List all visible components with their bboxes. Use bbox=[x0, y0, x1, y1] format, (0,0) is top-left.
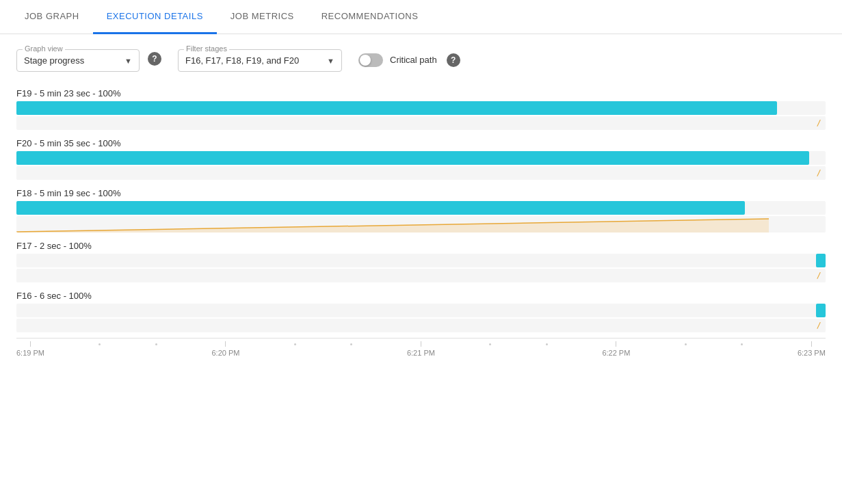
axis-label-tick: 6:20 PM bbox=[211, 341, 239, 357]
filter-stages-value: F16, F17, F18, F19, and F20 bbox=[185, 55, 321, 66]
axis-minor-tick bbox=[98, 341, 101, 345]
stage-f20-title: F20 - 5 min 35 sec - 100% bbox=[16, 133, 826, 151]
axis-label-tick: 6:19 PM bbox=[16, 341, 44, 357]
stage-f20-bar bbox=[16, 151, 826, 165]
filter-stages-label: Filter stages bbox=[184, 44, 229, 53]
stage-f16-subbar: / bbox=[16, 319, 826, 332]
stage-f19-subbar: / bbox=[16, 116, 826, 130]
axis-minor-tick bbox=[155, 341, 157, 345]
axis-minor-tick bbox=[741, 341, 743, 345]
stage-f16-title: F16 - 6 sec - 100% bbox=[16, 285, 826, 304]
axis-minor-tick bbox=[294, 341, 296, 345]
stage-f18-fill bbox=[16, 201, 745, 215]
stage-f17-title: F17 - 2 sec - 100% bbox=[16, 235, 826, 254]
stage-f17-small-fill bbox=[816, 254, 826, 267]
critical-path-help-icon[interactable]: ? bbox=[447, 53, 460, 67]
stage-f17: F17 - 2 sec - 100% / bbox=[16, 235, 826, 282]
axis-minor-tick bbox=[350, 341, 352, 345]
stage-f20: F20 - 5 min 35 sec - 100% / bbox=[16, 133, 826, 180]
stage-f17-subbar: / bbox=[16, 269, 826, 282]
stage-f17-tick: / bbox=[817, 270, 821, 281]
stage-f18-bar bbox=[16, 201, 826, 215]
chart-content: F19 - 5 min 23 sec - 100% / F20 - 5 min … bbox=[0, 83, 842, 365]
stage-f19: F19 - 5 min 23 sec - 100% / bbox=[16, 83, 826, 130]
critical-path-label: Critical path bbox=[390, 55, 437, 65]
stage-f20-tick: / bbox=[817, 168, 821, 178]
stage-f17-bar bbox=[16, 254, 826, 267]
stage-f18: F18 - 5 min 19 sec - 100% bbox=[16, 183, 826, 233]
tab-bar: JOB GRAPH EXECUTION DETAILS JOB METRICS … bbox=[0, 0, 842, 34]
tab-job-metrics[interactable]: JOB METRICS bbox=[217, 0, 308, 34]
graph-view-chevron-icon: ▼ bbox=[124, 57, 132, 65]
critical-path-toggle[interactable] bbox=[358, 53, 383, 67]
stage-f20-subbar: / bbox=[16, 166, 826, 180]
timeline-axis: 6:19 PM6:20 PM6:21 PM6:22 PM6:23 PM bbox=[16, 338, 826, 365]
axis-label-tick: 6:23 PM bbox=[798, 341, 826, 357]
axis-label-tick: 6:22 PM bbox=[602, 341, 630, 357]
stage-f19-title: F19 - 5 min 23 sec - 100% bbox=[16, 83, 826, 101]
stage-f19-bar bbox=[16, 101, 826, 115]
tab-recommendations[interactable]: RECOMMENDATIONS bbox=[308, 0, 432, 34]
filter-stages-chevron-icon: ▼ bbox=[327, 57, 334, 65]
tab-job-graph[interactable]: JOB GRAPH bbox=[11, 0, 93, 34]
stage-f16-bar bbox=[16, 304, 826, 317]
stage-f20-fill bbox=[16, 151, 809, 165]
axis-minor-tick bbox=[685, 341, 687, 345]
graph-view-label: Graph view bbox=[23, 44, 65, 53]
axis-minor-tick bbox=[489, 341, 491, 345]
graph-view-help-icon[interactable]: ? bbox=[148, 52, 161, 66]
filter-stages-group: Filter stages F16, F17, F18, F19, and F2… bbox=[178, 45, 342, 72]
stage-f16-small-fill bbox=[816, 304, 826, 317]
stage-f19-fill bbox=[16, 101, 777, 115]
axis-label-tick: 6:21 PM bbox=[407, 341, 435, 357]
graph-view-value: Stage progress bbox=[24, 55, 119, 66]
stage-f19-tick: / bbox=[817, 118, 821, 129]
stage-f18-title: F18 - 5 min 19 sec - 100% bbox=[16, 183, 826, 201]
graph-view-group: Graph view Stage progress ▼ bbox=[16, 45, 140, 72]
stage-f18-orange-area bbox=[16, 216, 826, 233]
stage-f16-tick: / bbox=[817, 320, 821, 331]
controls-bar: Graph view Stage progress ▼ ? Filter sta… bbox=[0, 34, 842, 83]
axis-minor-tick bbox=[546, 341, 548, 345]
stage-f16: F16 - 6 sec - 100% / bbox=[16, 285, 826, 332]
tab-execution-details[interactable]: EXECUTION DETAILS bbox=[93, 0, 217, 34]
